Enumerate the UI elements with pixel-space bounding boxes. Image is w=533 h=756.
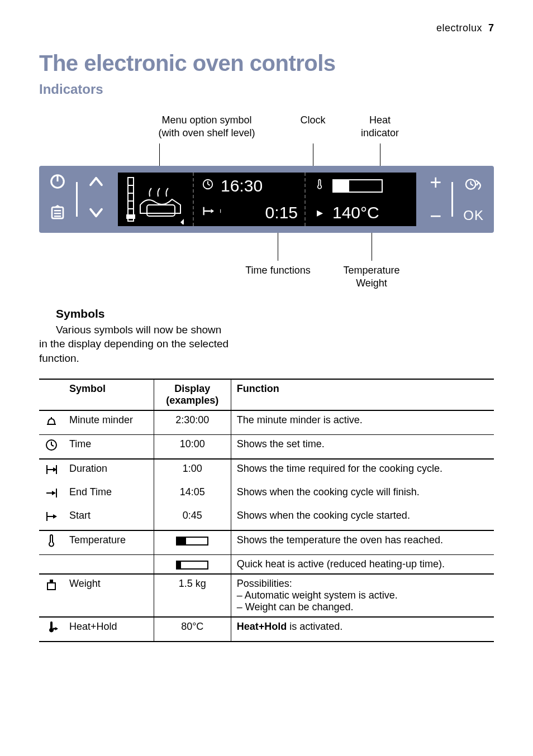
annot-text: Heat [346, 114, 413, 127]
row-function: Shows the temperature the oven has reach… [231, 530, 494, 555]
row-function: Quick heat is active (reduced heating-up… [231, 555, 494, 575]
row-function: Shows the time required for the cooking … [231, 459, 494, 483]
row-symbol-name: Minute minder [64, 410, 154, 435]
row-symbol-name: Duration [64, 459, 154, 483]
up-arrow-icon[interactable] [88, 173, 104, 194]
temperature-value: 140°C [332, 203, 379, 222]
annot-heat: Heat indicator [346, 114, 413, 166]
annot-text: indicator [346, 127, 413, 140]
play-icon: ▸ [312, 205, 327, 220]
annot-temp-weight: Temperature Weight [327, 233, 416, 290]
screen-middle-column: 16:30 0:15 [194, 173, 306, 226]
table-row: Weight1.5 kgPossibilities:– Automatic we… [39, 574, 494, 617]
timer-icon[interactable] [464, 175, 483, 195]
svg-marker-13 [180, 219, 184, 224]
row-display: 1.5 kg [154, 574, 231, 617]
row-icon [39, 530, 64, 555]
annot-menu-option: Menu option symbol (with oven shelf leve… [134, 114, 279, 166]
menu-option-graphic [118, 173, 194, 226]
row-display [154, 530, 231, 555]
svg-line-24 [470, 184, 473, 185]
row-icon [39, 483, 64, 506]
thermometer-icon [312, 178, 327, 194]
svg-line-29 [51, 445, 54, 446]
row-symbol-name [64, 555, 154, 575]
row-icon [39, 617, 64, 642]
separator [451, 182, 453, 217]
annot-text: Temperature [327, 264, 416, 277]
row-function: Shows when the cooking cycle started. [231, 506, 494, 530]
row-icon [39, 555, 64, 575]
annot-text: Menu option symbol [134, 114, 279, 127]
ok-button[interactable]: OK [463, 208, 484, 223]
svg-rect-41 [50, 580, 53, 583]
leader-line [278, 233, 278, 261]
row-function: The minute minder is active. [231, 410, 494, 435]
row-function: Shows the set time. [231, 435, 494, 460]
symbols-heading: Symbols [56, 307, 494, 320]
table-row: Minute minder2:30:00The minute minder is… [39, 410, 494, 435]
table-row: Start0:45Shows when the cooking cycle st… [39, 506, 494, 530]
table-row: Heat+Hold80°CHeat+Hold is activated. [39, 617, 494, 642]
th-symbol: Symbol [64, 379, 154, 410]
row-icon [39, 410, 64, 435]
svg-rect-12 [147, 205, 175, 216]
th-display-sub: (examples) [160, 395, 225, 406]
row-display: 1:00 [154, 459, 231, 483]
down-arrow-icon[interactable] [88, 204, 104, 226]
table-row: Time10:00Shows the set time. [39, 435, 494, 460]
row-function: Possibilities:– Automatic weight system … [231, 574, 494, 617]
leader-line [372, 233, 372, 261]
panel-right-buttons: + − OK [420, 166, 494, 233]
row-symbol-name: Start [64, 506, 154, 530]
annot-text: (with oven shelf level) [134, 127, 279, 140]
menu-icon[interactable] [49, 204, 66, 226]
plus-icon[interactable]: + [430, 171, 441, 194]
row-icon [39, 574, 64, 617]
screen-right-column: ▸ 140°C [306, 173, 416, 226]
leader-line [313, 143, 313, 166]
row-icon [39, 435, 64, 460]
minus-icon[interactable]: − [430, 204, 441, 228]
svg-marker-43 [55, 627, 58, 630]
panel-left-buttons [39, 166, 115, 233]
duration-icon [201, 205, 215, 221]
power-icon[interactable] [49, 173, 66, 194]
svg-rect-40 [47, 583, 55, 590]
leader-line [380, 143, 380, 166]
annotation-row-top: Menu option symbol (with oven shelf leve… [39, 114, 494, 166]
svg-rect-11 [126, 214, 135, 219]
th-display-main: Display [160, 383, 225, 395]
svg-line-16 [208, 184, 210, 185]
oven-control-panel: 16:30 0:15 [39, 166, 494, 233]
table-row: Quick heat is active (reduced heating-up… [39, 555, 494, 575]
row-display: 10:00 [154, 435, 231, 460]
symbols-paragraph: Various symbols will now be shownin the … [39, 323, 296, 366]
row-function: Shows when the cooking cycle will finish… [231, 483, 494, 506]
section-subtitle: Indicators [39, 82, 494, 97]
table-row: TemperatureShows the temperature the ove… [39, 530, 494, 555]
row-icon [39, 506, 64, 530]
row-display [154, 555, 231, 575]
symbols-table: Symbol Display (examples) Function Minut… [39, 379, 494, 642]
row-function: Heat+Hold is activated. [231, 617, 494, 642]
th-function: Function [231, 379, 494, 410]
annot-time-functions: Time functions [229, 233, 327, 290]
row-symbol-name: Heat+Hold [64, 617, 154, 642]
annotation-row-bottom: Time functions Temperature Weight [39, 233, 494, 290]
row-symbol-name: End Time [64, 483, 154, 506]
clock-icon [201, 178, 215, 194]
row-icon [39, 459, 64, 483]
row-display: 2:30:00 [154, 410, 231, 435]
clock-value: 16:30 [221, 176, 263, 195]
th-display: Display (examples) [154, 379, 231, 410]
heat-indicator-bar [332, 179, 383, 193]
separator [76, 182, 78, 217]
row-symbol-name: Weight [64, 574, 154, 617]
oven-display-screen: 16:30 0:15 [115, 169, 420, 229]
row-symbol-name: Temperature [64, 530, 154, 555]
svg-marker-35 [52, 491, 56, 495]
page-header: electrolux 7 [39, 22, 494, 34]
row-display: 0:45 [154, 506, 231, 530]
annot-text: Weight [327, 277, 416, 290]
